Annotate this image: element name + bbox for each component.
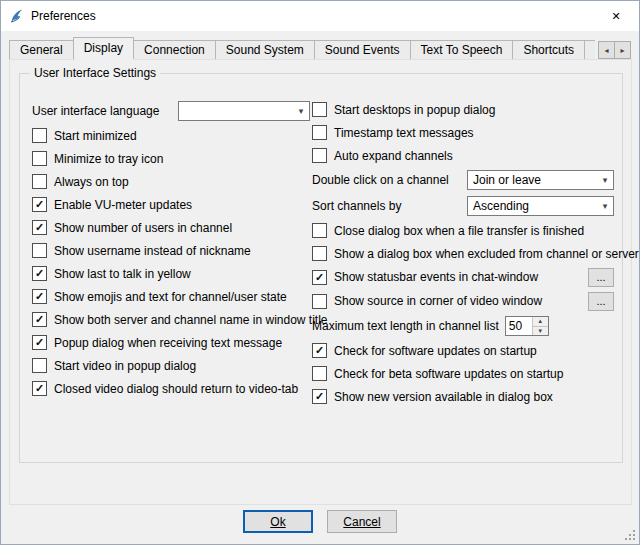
tab-general[interactable]: General: [9, 40, 74, 59]
group-title: User Interface Settings: [30, 66, 160, 80]
checkbox-label: Show emojis and text for channel/user st…: [54, 290, 287, 304]
checkbox[interactable]: ✓: [32, 289, 47, 304]
checkbox[interactable]: [32, 358, 47, 373]
checkbox-row[interactable]: Check for beta software updates on start…: [312, 362, 614, 385]
checkbox[interactable]: ✓: [32, 335, 47, 350]
checkbox-row[interactable]: ✓Show number of users in channel: [32, 216, 310, 239]
tab-sound-system[interactable]: Sound System: [215, 40, 315, 59]
double-click-combo-value: Join or leave: [468, 173, 597, 187]
checkbox-label: Start video in popup dialog: [54, 359, 196, 373]
ok-button[interactable]: Ok: [243, 510, 313, 533]
checkbox[interactable]: [32, 243, 47, 258]
statusbar-events-config-button[interactable]: ...: [588, 268, 614, 287]
max-text-length-value[interactable]: 50: [506, 317, 532, 335]
checkbox-label: Timestamp text messages: [334, 126, 474, 140]
right-column: Start desktops in popup dialogTimestamp …: [312, 98, 614, 408]
checkbox-row[interactable]: Auto expand channels: [312, 144, 614, 167]
checkbox-label: Show a dialog box when excluded from cha…: [334, 247, 639, 261]
sort-channels-combo-value: Ascending: [468, 199, 597, 213]
tab-scroll-left-icon[interactable]: ◂: [598, 41, 615, 59]
checkbox-row[interactable]: Show username instead of nickname: [32, 239, 310, 262]
checkbox-label: Close dialog box when a file transfer is…: [334, 224, 584, 238]
checkbox[interactable]: [312, 102, 327, 117]
checkbox[interactable]: ✓: [32, 312, 47, 327]
group-user-interface-settings: User Interface Settings User interface l…: [19, 73, 623, 463]
window-title: Preferences: [31, 9, 96, 23]
checkbox[interactable]: [312, 148, 327, 163]
tab-display[interactable]: Display: [73, 37, 134, 59]
chevron-down-icon: ▾: [597, 201, 613, 211]
cancel-button[interactable]: Cancel: [327, 510, 397, 533]
checkbox-label: Show username instead of nickname: [54, 244, 251, 258]
video-source-row[interactable]: Show source in corner of video window ..…: [312, 289, 614, 313]
checkbox[interactable]: [312, 294, 327, 309]
checkbox[interactable]: [32, 174, 47, 189]
checkbox[interactable]: ✓: [32, 220, 47, 235]
tab-list: GeneralDisplayConnectionSound SystemSoun…: [9, 37, 595, 59]
checkbox-row[interactable]: ✓Show emojis and text for channel/user s…: [32, 285, 310, 308]
checkbox-row[interactable]: ✓Popup dialog when receiving text messag…: [32, 331, 310, 354]
checkbox[interactable]: ✓: [32, 197, 47, 212]
checkbox-row[interactable]: Timestamp text messages: [312, 121, 614, 144]
checkbox[interactable]: [312, 125, 327, 140]
checkbox-label: Enable VU-meter updates: [54, 198, 192, 212]
checkbox-row[interactable]: ✓Check for software updates on startup: [312, 339, 614, 362]
checkbox-label: Check for beta software updates on start…: [334, 367, 563, 381]
left-checkbox-list: Start minimizedMinimize to tray iconAlwa…: [32, 124, 310, 400]
checkbox[interactable]: ✓: [32, 381, 47, 396]
checkbox-label: Minimize to tray icon: [54, 152, 163, 166]
spinner-arrows: ▲ ▼: [532, 317, 548, 335]
checkbox[interactable]: [32, 151, 47, 166]
checkbox[interactable]: ✓: [312, 270, 327, 285]
tab-scroll-right-icon[interactable]: ▸: [614, 41, 631, 59]
max-text-length-spinner[interactable]: 50 ▲ ▼: [505, 316, 549, 336]
language-combo[interactable]: ▾: [178, 101, 310, 121]
titlebar[interactable]: Preferences ✕: [1, 1, 639, 31]
chevron-down-icon: ▾: [597, 175, 613, 185]
checkbox-label: Closed video dialog should return to vid…: [54, 382, 298, 396]
statusbar-events-row[interactable]: ✓ Show statusbar events in chat-window .…: [312, 265, 614, 289]
checkbox[interactable]: ✓: [312, 389, 327, 404]
checkbox-row[interactable]: ✓Show new version available in dialog bo…: [312, 385, 614, 408]
checkbox[interactable]: [312, 223, 327, 238]
max-text-length-label: Maximum text length in channel list: [312, 319, 499, 333]
video-source-config-button[interactable]: ...: [588, 292, 614, 311]
right-checkbox-list-top: Start desktops in popup dialogTimestamp …: [312, 98, 614, 167]
checkbox-row[interactable]: ✓Closed video dialog should return to vi…: [32, 377, 310, 400]
resize-grip[interactable]: [625, 530, 635, 540]
tab-connection[interactable]: Connection: [133, 40, 216, 59]
tab-text-to-speech[interactable]: Text To Speech: [410, 40, 514, 59]
checkbox-row[interactable]: Start desktops in popup dialog: [312, 98, 614, 121]
close-button[interactable]: ✕: [593, 1, 639, 31]
checkbox-row[interactable]: Show a dialog box when excluded from cha…: [312, 242, 614, 265]
tab-video[interactable]: Video: [584, 40, 595, 59]
checkbox-label: Show statusbar events in chat-window: [334, 270, 538, 284]
right-checkbox-list-bottom: ✓Check for software updates on startupCh…: [312, 339, 614, 408]
checkbox-label: Show number of users in channel: [54, 221, 232, 235]
left-column: User interface language ▾ Start minimize…: [32, 98, 310, 400]
checkbox-label: Start minimized: [54, 129, 137, 143]
language-row: User interface language ▾: [32, 98, 310, 124]
checkbox[interactable]: ✓: [312, 343, 327, 358]
checkbox-row[interactable]: ✓Show both server and channel name in wi…: [32, 308, 310, 331]
checkbox[interactable]: ✓: [32, 266, 47, 281]
double-click-combo[interactable]: Join or leave ▾: [467, 170, 614, 190]
spin-up-icon[interactable]: ▲: [533, 317, 548, 327]
checkbox-label: Popup dialog when receiving text message: [54, 336, 282, 350]
checkbox-row[interactable]: Always on top: [32, 170, 310, 193]
checkbox-row[interactable]: ✓Show last to talk in yellow: [32, 262, 310, 285]
tab-sound-events[interactable]: Sound Events: [314, 40, 411, 59]
sort-channels-combo[interactable]: Ascending ▾: [467, 196, 614, 216]
checkbox-row[interactable]: Close dialog box when a file transfer is…: [312, 219, 614, 242]
checkbox[interactable]: [312, 246, 327, 261]
checkbox-row[interactable]: ✓Enable VU-meter updates: [32, 193, 310, 216]
tab-bar: GeneralDisplayConnectionSound SystemSoun…: [9, 37, 595, 59]
checkbox[interactable]: [32, 128, 47, 143]
checkbox[interactable]: [312, 366, 327, 381]
checkbox-row[interactable]: Start video in popup dialog: [32, 354, 310, 377]
checkbox-row[interactable]: Start minimized: [32, 124, 310, 147]
checkbox-row[interactable]: Minimize to tray icon: [32, 147, 310, 170]
tab-shortcuts[interactable]: Shortcuts: [512, 40, 585, 59]
double-click-row: Double click on a channel Join or leave …: [312, 167, 614, 193]
spin-down-icon[interactable]: ▼: [533, 327, 548, 336]
